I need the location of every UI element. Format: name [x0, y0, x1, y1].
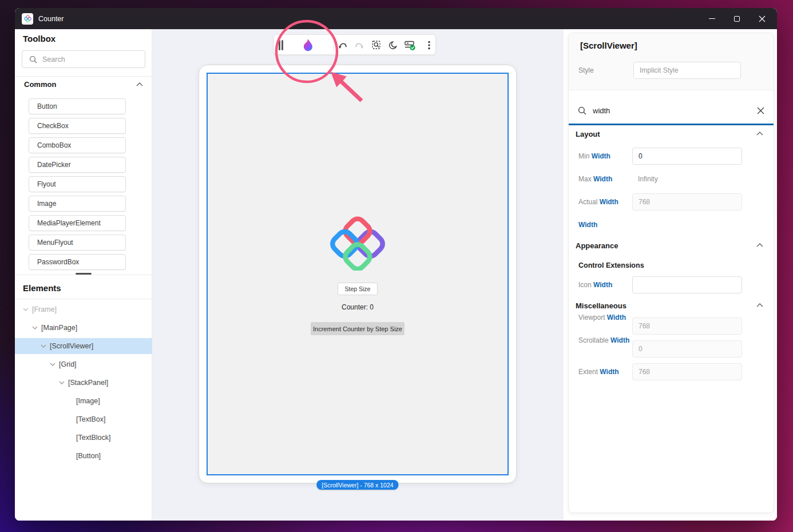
chevron-up-icon[interactable] [756, 243, 763, 247]
app-window: Counter Toolbox Common Button CheckBox C… [15, 8, 777, 521]
viewport-width-label: Viewport Width [578, 313, 630, 323]
toolbox-item-button[interactable]: Button [29, 98, 126, 114]
window-title: Counter [38, 15, 64, 23]
tree-item-button[interactable]: [Button] [15, 448, 152, 464]
design-toolbar [273, 34, 436, 55]
max-width-value: Infinity [638, 170, 658, 188]
uno-logo-image[interactable] [326, 215, 390, 273]
chevron-down-icon[interactable] [23, 308, 29, 311]
tree-item-scrollviewer[interactable]: [ScrollViewer] [15, 338, 152, 354]
extent-width-input [632, 363, 742, 380]
min-width-input[interactable] [632, 148, 742, 165]
tree-item-grid[interactable]: [Grid] [15, 356, 152, 372]
element-picker-icon[interactable] [370, 39, 383, 51]
tree-item-textblock[interactable]: [TextBlock] [15, 430, 152, 446]
search-icon [29, 55, 37, 63]
drag-grip-icon[interactable] [281, 40, 283, 50]
toolbox-item-datepicker[interactable]: DatePicker [29, 157, 126, 173]
chevron-up-icon[interactable] [756, 132, 763, 136]
properties-search-input[interactable] [593, 106, 757, 115]
scrollable-width-label: Scrollable Width [578, 336, 630, 346]
maximize-icon [734, 16, 740, 22]
extent-width-label: Extent Width [578, 363, 619, 380]
close-button[interactable] [750, 8, 775, 29]
icon-width-input[interactable] [632, 276, 742, 293]
tree-item-mainpage[interactable]: [MainPage] [15, 320, 152, 336]
toolbox-item-combobox[interactable]: ComboBox [29, 137, 126, 153]
toolbox-section-common[interactable]: Common [24, 80, 56, 89]
viewport-width-input [632, 317, 742, 335]
toolbox-search-input[interactable] [42, 55, 145, 63]
design-canvas[interactable]: Step Size Counter: 0 Increment Counter b… [152, 29, 564, 521]
minimize-button[interactable] [699, 8, 724, 29]
clear-search-icon[interactable] [757, 107, 764, 114]
tree-item-frame[interactable]: [Frame] [15, 301, 152, 317]
undo-icon[interactable] [336, 39, 349, 51]
left-sidebar: Toolbox Common Button CheckBox ComboBox … [15, 29, 152, 521]
drag-grip-icon[interactable] [279, 40, 280, 50]
actual-width-label: Actual Width [578, 193, 618, 211]
toolbox-title: Toolbox [23, 34, 55, 43]
toolbox-item-image[interactable]: Image [29, 196, 126, 212]
toolbox-item-flyout[interactable]: Flyout [29, 176, 126, 192]
increment-counter-button[interactable]: Increment Counter by Step Size [311, 322, 405, 335]
search-icon [578, 106, 586, 115]
scrollviewer-selection-outline[interactable] [207, 73, 509, 475]
toolbox-item-checkbox[interactable]: CheckBox [29, 118, 126, 134]
elements-title: Elements [23, 283, 61, 293]
toolbox-item-mediaplayerelement[interactable]: MediaPlayerElement [29, 215, 126, 231]
section-layout[interactable]: Layout [576, 130, 600, 138]
connected-devices-icon[interactable] [403, 39, 416, 51]
redo-icon [353, 39, 366, 51]
icon-width-label: Icon Width [578, 276, 612, 293]
chevron-down-icon[interactable] [41, 344, 46, 348]
close-icon [759, 15, 766, 22]
style-input[interactable] [633, 62, 741, 79]
chevron-down-icon[interactable] [50, 363, 55, 366]
subsection-control-extensions: Control Extensions [578, 261, 644, 269]
scrollable-width-input [632, 340, 742, 358]
width-label: Width [578, 216, 597, 233]
min-width-label: Min Width [578, 148, 610, 165]
counter-textblock: Counter: 0 [342, 303, 374, 311]
properties-search[interactable] [569, 98, 774, 125]
properties-panel: [ScrollViewer] Style Layout Min Width Ma… [568, 33, 774, 513]
tree-item-stackpanel[interactable]: [StackPanel] [15, 375, 152, 391]
properties-header: [ScrollViewer] Style [569, 33, 774, 90]
tree-item-image[interactable]: [Image] [15, 393, 152, 409]
toolbox-item-passwordbox[interactable]: PasswordBox [29, 254, 126, 270]
chevron-up-icon[interactable] [136, 82, 143, 86]
chevron-down-icon[interactable] [32, 326, 38, 329]
step-size-textbox[interactable]: Step Size [338, 283, 378, 295]
theme-toggle-moon-icon[interactable] [387, 39, 399, 51]
section-miscellaneous[interactable]: Miscellaneous [576, 301, 627, 310]
chevron-down-icon[interactable] [59, 381, 65, 384]
selected-element-title: [ScrollViewer] [580, 41, 637, 50]
app-logo-icon [22, 13, 33, 25]
selection-size-badge: [ScrollViewer] - 768 x 1024 [316, 480, 398, 490]
more-options-kebab-icon[interactable] [423, 39, 435, 51]
toolbox-item-menuflyout[interactable]: MenuFlyout [29, 235, 126, 251]
titlebar: Counter [15, 8, 777, 29]
panel-splitter-handle[interactable] [76, 273, 92, 275]
hot-design-flame-icon[interactable] [299, 37, 315, 53]
tree-item-textbox[interactable]: [TextBox] [15, 411, 152, 427]
maximize-button[interactable] [724, 8, 750, 29]
section-appearance[interactable]: Appearance [576, 241, 618, 250]
actual-width-input [632, 193, 742, 211]
max-width-label: Max Width [578, 170, 612, 188]
minimize-icon [709, 18, 715, 19]
chevron-up-icon[interactable] [756, 303, 763, 307]
style-label: Style [578, 62, 594, 79]
toolbox-search[interactable] [22, 50, 145, 68]
